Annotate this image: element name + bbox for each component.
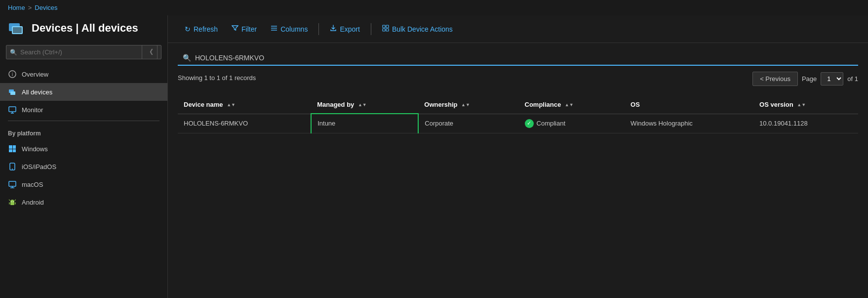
devices-icon bbox=[8, 19, 26, 37]
svg-rect-16 bbox=[9, 181, 16, 186]
table-body: HOLOLENS-6RMKVO Intune Corporate ✓ Compl… bbox=[178, 114, 858, 133]
sidebar-item-all-devices[interactable]: All devices bbox=[0, 83, 167, 101]
records-info: Showing 1 to 1 of 1 records bbox=[178, 74, 256, 82]
macos-icon bbox=[8, 180, 17, 189]
sidebar-nav: i Overview All devices bbox=[0, 65, 167, 298]
columns-label: Columns bbox=[280, 25, 308, 33]
col-os-version-label: OS version bbox=[759, 101, 793, 108]
page-title: Devices | All devices bbox=[32, 22, 138, 35]
devices-table: Device name ▲▼ Managed by ▲▼ Ownership ▲… bbox=[178, 96, 858, 133]
device-search-bar: 🔍 bbox=[178, 51, 858, 66]
refresh-button[interactable]: ↻ Refresh bbox=[178, 22, 225, 37]
sidebar-collapse-btn[interactable]: 《 bbox=[142, 45, 158, 59]
cell-device-name: HOLOLENS-6RMKVO bbox=[178, 114, 311, 133]
col-managed-by-label: Managed by bbox=[317, 101, 354, 108]
col-device-name[interactable]: Device name ▲▼ bbox=[178, 96, 311, 114]
col-compliance-label: Compliance bbox=[525, 101, 561, 108]
sidebar-item-android[interactable]: Android bbox=[0, 193, 167, 211]
col-ownership[interactable]: Ownership ▲▼ bbox=[418, 96, 518, 114]
sort-icon-compliance: ▲▼ bbox=[565, 103, 574, 107]
svg-point-15 bbox=[12, 169, 13, 170]
export-icon bbox=[330, 25, 337, 33]
col-os-version[interactable]: OS version ▲▼ bbox=[753, 96, 858, 114]
svg-rect-29 bbox=[386, 25, 389, 28]
cell-os: Windows Holographic bbox=[625, 114, 753, 133]
svg-rect-13 bbox=[13, 149, 16, 152]
col-managed-by[interactable]: Managed by ▲▼ bbox=[311, 96, 418, 114]
compliance-check-icon: ✓ bbox=[525, 119, 534, 128]
content-body: 🔍 Showing 1 to 1 of 1 records < Previous… bbox=[168, 43, 868, 298]
svg-rect-31 bbox=[386, 29, 389, 31]
pagination-bar: < Previous Page 1 of 1 bbox=[752, 72, 858, 86]
pagination-of-label: of 1 bbox=[847, 75, 858, 83]
col-os[interactable]: OS bbox=[625, 96, 753, 114]
section-divider bbox=[8, 121, 159, 121]
svg-rect-10 bbox=[9, 145, 12, 149]
bulk-actions-button[interactable]: Bulk Device Actions bbox=[375, 21, 460, 37]
breadcrumb: Home > Devices bbox=[0, 0, 868, 15]
bulk-actions-icon bbox=[382, 25, 389, 33]
sidebar-item-ios[interactable]: iOS/iPadOS bbox=[0, 158, 167, 175]
all-devices-icon bbox=[8, 87, 17, 96]
sidebar-search-input[interactable] bbox=[6, 45, 161, 59]
search-icon: 🔍 bbox=[10, 49, 17, 56]
col-device-name-label: Device name bbox=[184, 101, 223, 108]
export-button[interactable]: Export bbox=[323, 21, 366, 37]
device-search-input[interactable] bbox=[195, 54, 853, 62]
sidebar-item-ios-label: iOS/iPadOS bbox=[22, 163, 56, 170]
pagination-page-label: Page bbox=[802, 75, 817, 83]
sidebar-item-monitor[interactable]: Monitor bbox=[0, 101, 167, 119]
svg-rect-11 bbox=[13, 145, 16, 149]
sidebar-item-windows[interactable]: Windows bbox=[0, 140, 167, 158]
cell-ownership: Corporate bbox=[418, 114, 518, 133]
pagination-previous-button[interactable]: < Previous bbox=[752, 72, 798, 86]
compliance-text: Compliant bbox=[537, 120, 566, 127]
app-container: Home > Devices Devices | All devices 🔍 《 bbox=[0, 0, 868, 298]
ios-icon bbox=[8, 162, 17, 171]
sidebar-search-box: 🔍 《 bbox=[6, 45, 161, 59]
filter-button[interactable]: Filter bbox=[225, 21, 264, 37]
filter-icon bbox=[232, 25, 238, 33]
svg-rect-30 bbox=[383, 29, 385, 31]
sidebar-item-android-label: Android bbox=[22, 199, 44, 206]
sidebar-item-overview[interactable]: i Overview bbox=[0, 65, 167, 83]
monitor-icon bbox=[8, 105, 17, 114]
windows-icon bbox=[8, 144, 17, 153]
toolbar-divider-1 bbox=[318, 23, 319, 35]
device-search-icon: 🔍 bbox=[183, 54, 191, 62]
cell-managed-by: Intune bbox=[311, 114, 418, 133]
toolbar-divider-2 bbox=[371, 23, 371, 35]
page-header-area: Devices | All devices bbox=[0, 15, 167, 45]
content-area: ↻ Refresh Filter bbox=[168, 15, 868, 298]
cell-compliance: ✓ Compliant bbox=[519, 114, 625, 133]
svg-line-23 bbox=[9, 200, 10, 201]
sort-icon-os-version: ▲▼ bbox=[797, 103, 806, 107]
section-by-platform: By platform bbox=[0, 123, 167, 140]
sidebar-item-overview-label: Overview bbox=[22, 71, 48, 78]
sidebar-item-windows-label: Windows bbox=[22, 145, 48, 153]
col-compliance[interactable]: Compliance ▲▼ bbox=[519, 96, 625, 114]
refresh-label: Refresh bbox=[194, 25, 218, 33]
sort-icon-managed-by: ▲▼ bbox=[358, 103, 367, 107]
columns-button[interactable]: Columns bbox=[264, 21, 315, 37]
breadcrumb-devices[interactable]: Devices bbox=[35, 4, 57, 11]
svg-rect-7 bbox=[9, 107, 16, 112]
pagination-page-select[interactable]: 1 bbox=[821, 72, 843, 85]
bulk-actions-label: Bulk Device Actions bbox=[392, 25, 453, 33]
sidebar-item-all-devices-label: All devices bbox=[22, 88, 52, 96]
android-icon bbox=[8, 198, 17, 207]
table-row[interactable]: HOLOLENS-6RMKVO Intune Corporate ✓ Compl… bbox=[178, 114, 858, 133]
breadcrumb-home[interactable]: Home bbox=[8, 4, 25, 11]
refresh-icon: ↻ bbox=[185, 25, 191, 33]
sort-icon-device-name: ▲▼ bbox=[227, 103, 236, 107]
svg-rect-28 bbox=[383, 25, 385, 28]
table-header: Device name ▲▼ Managed by ▲▼ Ownership ▲… bbox=[178, 96, 858, 114]
svg-rect-12 bbox=[9, 149, 12, 152]
sidebar-item-monitor-label: Monitor bbox=[22, 106, 43, 114]
sidebar-item-macos-label: macOS bbox=[22, 181, 43, 188]
svg-text:i: i bbox=[12, 72, 13, 77]
sort-icon-ownership: ▲▼ bbox=[461, 103, 470, 107]
svg-line-24 bbox=[15, 200, 16, 201]
table-header-row: Device name ▲▼ Managed by ▲▼ Ownership ▲… bbox=[178, 96, 858, 114]
sidebar-item-macos[interactable]: macOS bbox=[0, 175, 167, 193]
